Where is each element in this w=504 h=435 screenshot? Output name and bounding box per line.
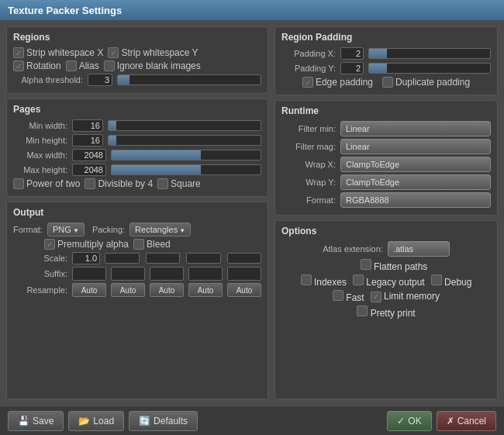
cancel-icon: ✗ — [447, 416, 454, 426]
edge-padding-checkbox[interactable] — [302, 77, 313, 88]
filter-mag-label: Filter mag: — [281, 142, 336, 151]
wrap-y-label: Wrap Y: — [281, 178, 336, 187]
strip-whitespace-x-checkbox[interactable] — [13, 47, 24, 58]
padding-y-slider[interactable] — [368, 63, 491, 74]
fast-checkbox[interactable] — [333, 290, 343, 301]
power-of-two-label: Power of two — [13, 178, 80, 189]
padding-y-input[interactable] — [340, 62, 364, 74]
resample-dropdown-3[interactable]: Auto — [150, 283, 184, 297]
resample-dropdown-4[interactable]: Auto — [188, 283, 223, 297]
limit-memory-checkbox[interactable] — [371, 292, 381, 302]
window-title: Texture Packer Settings — [8, 5, 122, 16]
alpha-threshold-input[interactable] — [88, 74, 112, 86]
scale-slider-1[interactable] — [105, 253, 140, 264]
packing-dropdown[interactable]: Rectangles — [129, 223, 191, 236]
indexes-label: Indexes — [301, 274, 347, 288]
suffix-input-3[interactable] — [150, 267, 184, 281]
suffix-label: Suffix: — [13, 269, 67, 278]
max-width-input[interactable] — [72, 149, 106, 161]
ok-icon: ✓ — [397, 416, 405, 426]
save-button[interactable]: 💾 Save — [8, 411, 64, 431]
pretty-print-checkbox[interactable] — [357, 306, 368, 316]
padding-x-label: Padding X: — [281, 49, 336, 58]
bleed-checkbox[interactable] — [133, 239, 144, 250]
output-title: Output — [13, 207, 261, 218]
square-label: Square — [157, 178, 201, 189]
ok-button[interactable]: ✓ OK — [387, 411, 431, 431]
alias-checkbox[interactable] — [66, 60, 77, 71]
runtime-title: Runtime — [281, 105, 491, 116]
premultiply-alpha-checkbox[interactable] — [44, 239, 55, 250]
format-runtime-dropdown[interactable]: RGBA8888 — [340, 192, 491, 208]
wrap-x-dropdown[interactable]: ClampToEdge — [340, 157, 491, 172]
resample-dropdown-2[interactable]: Auto — [111, 283, 145, 297]
duplicate-padding-checkbox[interactable] — [382, 77, 393, 88]
ignore-blank-label: Ignore blank images — [104, 60, 201, 71]
max-height-slider[interactable] — [111, 164, 261, 175]
options-section: Options Atlas extension: Flatten paths I… — [274, 220, 498, 399]
alpha-threshold-slider[interactable] — [117, 74, 261, 85]
min-width-slider[interactable] — [108, 120, 261, 131]
min-height-slider[interactable] — [108, 135, 261, 146]
debug-checkbox[interactable] — [431, 274, 442, 285]
scale-slider-4[interactable] — [227, 253, 262, 264]
defaults-button[interactable]: 🔄 Defaults — [129, 411, 198, 431]
padding-x-input[interactable] — [340, 47, 364, 60]
scale-slider-3[interactable] — [186, 253, 221, 264]
cancel-button[interactable]: ✗ Cancel — [437, 411, 496, 431]
resample-dropdown-1[interactable]: Auto — [72, 283, 106, 297]
divisible-by-4-label: Divisible by 4 — [85, 178, 153, 189]
alias-label: Alias — [66, 60, 99, 71]
wrap-x-label: Wrap X: — [281, 160, 336, 169]
runtime-section: Runtime Filter min: Linear Filter mag: L… — [274, 100, 498, 216]
flatten-paths-checkbox[interactable] — [361, 259, 371, 270]
limit-memory-label: Limit memory — [371, 291, 440, 302]
pages-title: Pages — [13, 104, 261, 115]
divisible-by-4-checkbox[interactable] — [85, 178, 95, 189]
output-section: Output Format: PNG Packing: Rectangles P… — [6, 202, 268, 399]
format-dropdown[interactable]: PNG — [47, 223, 85, 236]
load-button[interactable]: 📂 Load — [68, 411, 124, 431]
indexes-checkbox[interactable] — [301, 274, 312, 285]
scale-slider-2[interactable] — [146, 253, 181, 264]
wrap-y-dropdown[interactable]: ClampToEdge — [340, 174, 491, 190]
premultiply-alpha-label: Premultiply alpha — [44, 239, 129, 250]
alpha-threshold-label: Alpha threshold: — [13, 75, 83, 85]
edge-padding-label: Edge padding — [302, 77, 373, 88]
defaults-icon: 🔄 — [139, 416, 150, 426]
save-icon: 💾 — [18, 416, 29, 426]
suffix-input-1[interactable] — [72, 267, 106, 281]
square-checkbox[interactable] — [157, 178, 168, 189]
bleed-label: Bleed — [133, 239, 171, 250]
ignore-blank-checkbox[interactable] — [104, 60, 115, 71]
atlas-extension-input[interactable] — [388, 241, 450, 257]
strip-y-label: Strip whitespace Y — [108, 47, 198, 58]
debug-label: Debug — [431, 274, 472, 288]
duplicate-padding-label: Duplicate padding — [382, 77, 470, 88]
padding-x-slider[interactable] — [368, 48, 491, 59]
min-width-input[interactable] — [72, 119, 103, 132]
resample-dropdown-5[interactable]: Auto — [227, 283, 261, 297]
flatten-paths-label: Flatten paths — [345, 259, 428, 272]
suffix-input-4[interactable] — [188, 267, 223, 281]
min-height-input[interactable] — [72, 134, 103, 147]
suffix-input-2[interactable] — [111, 267, 145, 281]
pages-section: Pages Min width: Min height: Max width: — [6, 98, 268, 197]
legacy-output-checkbox[interactable] — [353, 274, 364, 285]
strip-x-label: Strip whitespace X — [13, 47, 103, 58]
format-label: Format: — [13, 225, 43, 234]
scale-input[interactable] — [72, 252, 100, 264]
filter-min-dropdown[interactable]: Linear — [340, 121, 491, 136]
padding-y-label: Padding Y: — [281, 64, 336, 73]
suffix-input-5[interactable] — [227, 267, 261, 281]
max-height-label: Max height: — [13, 165, 67, 174]
rotation-checkbox[interactable] — [13, 60, 24, 71]
max-height-input[interactable] — [72, 164, 106, 176]
filter-min-label: Filter min: — [281, 124, 336, 133]
max-width-slider[interactable] — [111, 150, 261, 161]
power-of-two-checkbox[interactable] — [13, 178, 24, 189]
title-bar: Texture Packer Settings — [0, 0, 504, 20]
min-height-label: Min height: — [13, 136, 67, 145]
strip-whitespace-y-checkbox[interactable] — [108, 47, 119, 58]
filter-mag-dropdown[interactable]: Linear — [340, 139, 491, 154]
